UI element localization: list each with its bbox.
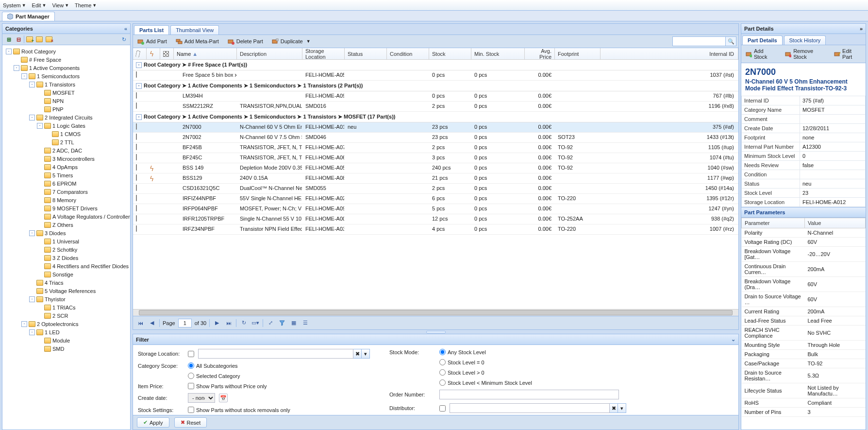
tree-toggle-icon[interactable] [37, 255, 43, 261]
tab-part-details[interactable]: Part Details [742, 35, 783, 45]
tree-node[interactable]: PNP [4, 105, 128, 113]
grid-row[interactable]: 2N7002N-Channel 60 V 7.5 Ohm S…SMD04623 … [133, 133, 738, 143]
grid-row[interactable]: 2N7000N-Channel 60 V 5 Ohm En…FELI-HOME-… [133, 122, 738, 133]
tree-node[interactable]: 2 ADC, DAC [4, 146, 128, 155]
scope-all-radio[interactable] [188, 362, 194, 369]
apply-button[interactable]: ✔Apply [137, 417, 169, 428]
tree-toggle-icon[interactable]: - [6, 49, 12, 54]
param-col-name[interactable]: Parameter [742, 218, 805, 228]
tree-toggle-icon[interactable] [37, 90, 43, 96]
tree-node[interactable]: 3 Z Diodes [4, 254, 128, 262]
dist-combo[interactable]: ✖▾ [450, 403, 626, 413]
tree-node[interactable]: # Free Space [4, 55, 128, 64]
page-prev-icon[interactable]: ◀ [148, 319, 156, 327]
menu-view[interactable]: View▼ [52, 2, 69, 8]
tree-node[interactable]: 6 EPROM [4, 179, 128, 188]
tree-node[interactable]: -3 Diodes [4, 229, 128, 237]
tree-toggle-icon[interactable]: - [29, 329, 35, 335]
tree-toggle-icon[interactable] [37, 106, 43, 112]
parts-search-button[interactable]: 🔍 [726, 36, 736, 46]
group-row[interactable]: -Root Category ➤ # Free Space (1 Part(s)… [133, 60, 738, 70]
tree-node[interactable]: -Thyristor [4, 295, 128, 303]
tree-toggle-icon[interactable] [37, 272, 43, 277]
tree-node[interactable]: 1 Universal [4, 237, 128, 245]
tree-toggle-icon[interactable] [37, 313, 43, 319]
tree-node[interactable]: -1 Semiconductors [4, 72, 128, 80]
param-row[interactable]: Drain to Source Voltage …60V [742, 292, 866, 307]
add-meta-part-button[interactable]: Add Meta-Part [173, 36, 221, 46]
sm-gt-radio[interactable] [439, 369, 446, 376]
tree-toggle-icon[interactable] [37, 263, 43, 269]
tree-toggle-icon[interactable]: - [21, 321, 27, 327]
page-export-icon[interactable]: ▦ [289, 319, 298, 327]
param-col-value[interactable]: Value [805, 218, 866, 228]
tree-node[interactable]: 1 CMOS [4, 130, 128, 138]
sm-any-radio[interactable] [439, 349, 446, 355]
param-row[interactable]: Voltage Rating (DC)60V [742, 238, 866, 247]
tree-node[interactable]: -2 Optoelectronics [4, 320, 128, 328]
tree-node[interactable]: -2 Integrated Circuits [4, 113, 128, 121]
tab-parts-list[interactable]: Parts List [134, 25, 169, 34]
tree-node[interactable]: 1 TRIACs [4, 303, 128, 311]
page-input[interactable] [178, 319, 192, 327]
tree-toggle-icon[interactable]: - [21, 73, 27, 79]
sm-zero-radio[interactable] [439, 359, 446, 365]
group-toggle-icon[interactable]: - [136, 62, 142, 68]
add-category-icon[interactable]: + [25, 35, 34, 44]
param-row[interactable]: Number of Pins3 [742, 408, 866, 417]
page-expand-icon[interactable]: ⤢ [266, 319, 275, 327]
dist-checkbox[interactable] [439, 405, 446, 412]
param-row[interactable]: RoHSCompliant [742, 398, 866, 408]
param-row[interactable]: Drain to Source Resistan…5.3Ω [742, 368, 866, 383]
storage-checkbox[interactable] [188, 351, 194, 357]
tree-node[interactable]: 2 TTL [4, 138, 128, 146]
group-row[interactable]: -Root Category ➤ 1 Active Components ➤ 1… [133, 112, 738, 122]
tree-node[interactable]: 9 MOSFET Drivers [4, 204, 128, 212]
page-refresh-icon[interactable]: ↻ [239, 319, 248, 327]
storage-clear-icon[interactable]: ✖ [353, 349, 362, 359]
page-last-icon[interactable]: ⏭ [224, 319, 233, 327]
col-footprint[interactable]: Footprint [555, 48, 601, 59]
page-first-icon[interactable]: ⏮ [136, 319, 145, 327]
tree-node[interactable]: -1 LED [4, 328, 128, 336]
param-row[interactable]: Case/PackageTO-92 [742, 359, 866, 368]
param-row[interactable]: Lifecycle StatusNot Listed by Manufactu… [742, 383, 866, 398]
page-next-icon[interactable]: ▶ [213, 319, 221, 327]
col-review[interactable]: ϟ [147, 48, 160, 59]
tree-toggle-icon[interactable]: - [29, 230, 35, 236]
col-description[interactable]: Description [237, 48, 302, 59]
categories-tree[interactable]: -Root Category# Free Space-1 Active Comp… [2, 45, 130, 430]
tree-node[interactable]: -1 Transistors [4, 80, 128, 88]
tree-node[interactable]: A Voltage Regulators / Controllers [4, 212, 128, 221]
sm-min-radio[interactable] [439, 379, 446, 386]
menu-theme[interactable]: Theme▼ [75, 2, 97, 8]
reset-button[interactable]: ✖Reset [174, 417, 207, 428]
date-picker-icon[interactable]: 📅 [219, 394, 228, 402]
tab-stock-history[interactable]: Stock History [784, 35, 826, 45]
collapse-filter-icon[interactable]: ⌄ [731, 336, 735, 343]
grid-row[interactable]: LM394HFELI-HOME-A0940 pcs0 pcs0.00€767 (… [133, 91, 738, 102]
tree-node[interactable]: 5 Voltage References [4, 287, 128, 295]
tree-toggle-icon[interactable] [37, 247, 43, 253]
tree-toggle-icon[interactable] [37, 148, 43, 154]
tree-node[interactable]: 4 OpAmps [4, 163, 128, 171]
param-row[interactable]: Lead-Free StatusLead Free [742, 316, 866, 326]
collapse-sidebar-icon[interactable]: « [124, 26, 127, 32]
menu-system[interactable]: System▼ [3, 2, 26, 8]
expand-details-icon[interactable]: » [860, 26, 863, 32]
param-row[interactable]: REACH SVHC ComplianceNo SVHC [742, 326, 866, 341]
tree-node[interactable]: 2 Schottky [4, 245, 128, 254]
tree-node[interactable]: -Root Category [4, 47, 128, 55]
page-columns-icon[interactable]: ☰ [301, 319, 310, 327]
tree-toggle-icon[interactable]: - [29, 296, 35, 302]
tree-node[interactable]: 2 SCR [4, 311, 128, 320]
createdate-select[interactable]: - none - [188, 393, 215, 403]
tree-node[interactable]: SMD [4, 344, 128, 353]
collapse-all-icon[interactable]: ⊟ [14, 35, 23, 44]
add-stock-button[interactable]: Add Stock [743, 47, 779, 61]
tree-toggle-icon[interactable] [37, 206, 43, 211]
price-checkbox[interactable] [188, 383, 194, 389]
remove-stock-button[interactable]: Remove Stock [783, 47, 828, 61]
tab-part-manager[interactable]: Part Manager [2, 12, 55, 21]
tree-node[interactable]: 3 Microcontrollers [4, 155, 128, 163]
